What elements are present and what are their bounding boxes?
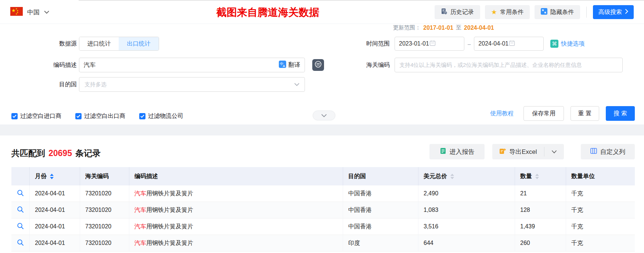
search-button[interactable]: 搜 索 xyxy=(606,106,635,121)
filter-blank-importer-label: 过滤空白进口商 xyxy=(20,112,61,120)
code-description-label: 编码描述 xyxy=(0,61,77,69)
cell-quantity: 260 xyxy=(515,235,566,251)
export-icon xyxy=(499,148,506,156)
circle-equal-icon xyxy=(314,61,322,69)
cell-destination: 印度 xyxy=(343,235,418,251)
code-description-field: 中A 翻译 xyxy=(79,58,305,72)
advanced-search-button[interactable]: 高级搜索 xyxy=(593,5,634,19)
chevron-down-icon xyxy=(321,114,327,118)
cell-unit: 千克 xyxy=(566,235,635,251)
expand-conditions-button[interactable] xyxy=(313,111,335,120)
magnifier-icon[interactable] xyxy=(17,189,24,198)
filter-logistics-checkbox[interactable]: 过滤物流公司 xyxy=(139,112,183,120)
table-row: 2024-04-01 73201020 汽车用钢铁片簧及簧片 中国香港 1,08… xyxy=(11,202,635,218)
end-date-input[interactable]: 2024-04-01 xyxy=(474,37,544,51)
keyword-highlight: 汽车 xyxy=(134,223,146,231)
datasource-tabs: 进口统计 出口统计 xyxy=(79,37,159,51)
update-range-to-word: 至 xyxy=(456,24,461,31)
calendar-icon xyxy=(509,40,539,48)
datasource-row: 数据源 进口统计 出口统计 xyxy=(0,37,159,51)
tab-import-stats[interactable]: 进口统计 xyxy=(79,37,119,50)
cell-unit: 千克 xyxy=(566,218,635,235)
report-icon xyxy=(440,148,446,156)
header-unit-label: 数量单位 xyxy=(571,173,595,180)
update-range-from: 2017-01-01 xyxy=(423,25,453,31)
translate-label: 翻译 xyxy=(288,61,300,69)
checkbox-checked-icon xyxy=(75,113,82,119)
sort-icon[interactable] xyxy=(450,174,454,179)
history-button[interactable]: 历史记录 xyxy=(435,5,480,19)
customs-data-app: ★★★★★ 中国 截图来自腾道海关数据 历史记录 ★ 常用条件 xyxy=(0,0,644,253)
columns-icon xyxy=(590,148,597,156)
sort-icon[interactable] xyxy=(50,174,54,179)
cell-unit: 千克 xyxy=(566,202,635,218)
header-quantity[interactable]: 数量 xyxy=(515,167,566,185)
date-range-separator: – xyxy=(468,41,471,47)
cell-description: 汽车用钢铁片簧及簧片 xyxy=(129,218,343,235)
magnifier-icon[interactable] xyxy=(17,239,24,247)
save-conditions-button[interactable]: 保存常用 xyxy=(524,106,564,121)
start-date-input[interactable]: 2023-01-01 xyxy=(395,37,464,51)
svg-text:★: ★ xyxy=(11,8,16,13)
magnifier-icon[interactable] xyxy=(17,206,24,214)
export-excel-button[interactable]: 导出Excel xyxy=(492,144,544,159)
header-quantity-label: 数量 xyxy=(520,173,532,180)
enter-report-button[interactable]: 进入报告 xyxy=(429,144,485,159)
datasource-label: 数据源 xyxy=(0,40,77,48)
quick-options-link[interactable]: 快捷选项 xyxy=(561,40,584,48)
cell-hs-code: 73201020 xyxy=(80,202,129,218)
row-detail-cell xyxy=(11,235,30,251)
country-label: 中国 xyxy=(27,8,40,17)
cell-destination: 中国香港 xyxy=(343,185,418,202)
header-description-label: 编码描述 xyxy=(134,173,158,180)
translate-icon: 中A xyxy=(279,61,286,69)
description-text: 用钢铁片簧及簧片 xyxy=(146,223,193,231)
reset-button[interactable]: 重 置 xyxy=(571,106,599,121)
filter-blank-exporter-label: 过滤空白出口商 xyxy=(84,112,125,120)
row-detail-cell xyxy=(11,202,30,218)
summary-suffix: 条记录 xyxy=(75,148,101,159)
hide-conditions-button[interactable]: 隐藏条件 xyxy=(535,5,580,19)
filter-blank-importer-checkbox[interactable]: 过滤空白进口商 xyxy=(11,112,61,120)
sort-icon[interactable] xyxy=(535,174,539,179)
custom-columns-button[interactable]: 自定义列 xyxy=(581,144,635,159)
hs-code-input[interactable] xyxy=(399,62,618,68)
cell-description: 汽车用钢铁片簧及簧片 xyxy=(129,185,343,202)
header-destination: 目的国 xyxy=(343,167,418,185)
destination-select[interactable]: 支持多选 xyxy=(79,77,305,92)
row-detail-cell xyxy=(11,185,30,202)
favorite-label: 常用条件 xyxy=(500,8,524,16)
history-label: 历史记录 xyxy=(450,8,474,16)
header-detail-column xyxy=(11,167,30,185)
chevron-down-icon xyxy=(44,9,49,15)
magnifier-icon[interactable] xyxy=(17,223,24,231)
divider xyxy=(586,7,587,18)
favorite-conditions-button[interactable]: ★ 常用条件 xyxy=(485,5,530,19)
checkbox-checked-icon xyxy=(11,113,18,119)
table-row: 2024-04-01 73201020 汽车用钢铁片簧及簧片 印度 644 26… xyxy=(11,235,635,252)
tutorial-link[interactable]: 使用教程 xyxy=(490,106,514,121)
cell-quantity: 128 xyxy=(515,202,566,218)
filter-blank-exporter-checkbox[interactable]: 过滤空白出口商 xyxy=(75,112,125,120)
cell-hs-code: 73201020 xyxy=(80,235,129,251)
cell-description: 汽车用钢铁片簧及簧片 xyxy=(129,202,343,218)
header-usd-total[interactable]: 美元总价 xyxy=(418,167,515,185)
export-options-button[interactable] xyxy=(544,144,564,159)
cell-month: 2024-04-01 xyxy=(30,185,80,202)
export-excel-label: 导出Excel xyxy=(509,148,537,156)
translate-button[interactable]: 中A 翻译 xyxy=(279,61,300,69)
description-text: 用钢铁片簧及簧片 xyxy=(146,206,193,214)
time-range-label: 时间范围 xyxy=(331,40,390,48)
keyword-highlight: 汽车 xyxy=(134,206,146,214)
topbar: ★★★★★ 中国 截图来自腾道海关数据 历史记录 ★ 常用条件 xyxy=(0,1,644,24)
update-range-note: 更新范围： 2017-01-01 至 2024-04-01 xyxy=(393,24,494,31)
cell-hs-code: 73201020 xyxy=(80,185,129,202)
cell-usd-total: 644 xyxy=(418,235,515,251)
header-month[interactable]: 月份 xyxy=(30,167,80,185)
summary-prefix: 共匹配到 xyxy=(11,148,45,159)
keyword-helper-button[interactable] xyxy=(312,59,324,71)
code-description-input[interactable] xyxy=(84,62,279,68)
tab-export-stats[interactable]: 出口统计 xyxy=(119,37,159,50)
country-selector[interactable]: ★★★★★ 中国 xyxy=(10,7,49,17)
header-description: 编码描述 xyxy=(129,167,343,185)
